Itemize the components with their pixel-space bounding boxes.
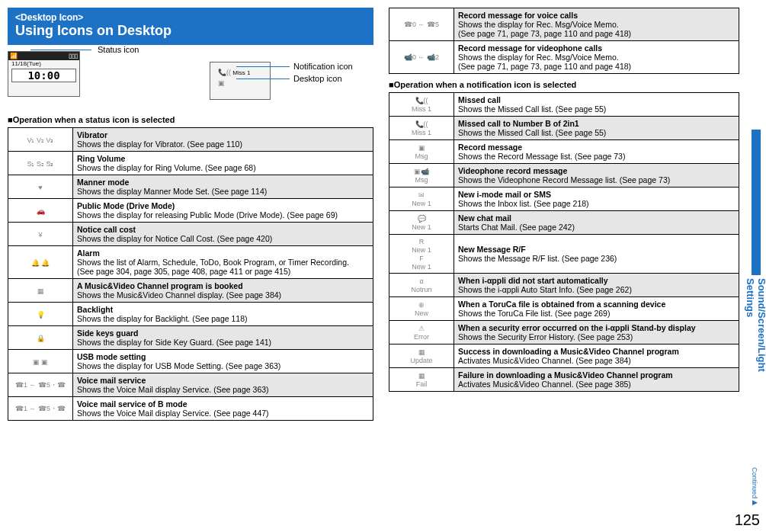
row-title: Notice call cost xyxy=(77,225,369,234)
table-row: ☎1 ～ ☎5・☎Voice mail serviceShows the Voi… xyxy=(8,373,373,397)
row-title: Voice mail service xyxy=(77,376,369,385)
row-text: Shows the Message R/F list. (See page 23… xyxy=(458,254,735,263)
row-desc: BacklightShows the display for Backlight… xyxy=(73,303,373,326)
row-title: Record message for videophone calls xyxy=(458,43,735,53)
row-icon: ☎0 ～ ☎5 xyxy=(389,8,454,41)
status-icon-table: V₁ V₂ V₃VibratorShows the display for Vi… xyxy=(8,127,373,421)
table-row: 🚗Public Mode (Drive Mode)Shows the displ… xyxy=(8,199,373,223)
row-title: Missed call to Number B of 2in1 xyxy=(458,119,735,128)
row-text: Shows the Record Message list. (See page… xyxy=(458,152,735,161)
row-icon: ☎1 ～ ☎5・☎ xyxy=(8,373,73,397)
table-row: S₁ S₂ S₃Ring VolumeShows the display for… xyxy=(8,152,373,175)
row-desc: Side keys guardShows the display for Sid… xyxy=(73,326,373,350)
row-icon: 🔒 xyxy=(8,326,73,350)
row-title: Manner mode xyxy=(77,178,369,187)
row-icon: 🔔 🔔 xyxy=(8,246,73,279)
status-icon-label: Status icon xyxy=(98,45,139,54)
row-desc: Missed callShows the Missed Call list. (… xyxy=(454,93,739,117)
row-text: Activates Music&Video Channel. (See page… xyxy=(458,356,735,365)
row-desc: When i-αppli did not start automatically… xyxy=(454,274,739,297)
table-row: 📹0 ～ 📹2Record message for videophone cal… xyxy=(389,41,739,74)
row-text: Shows the Security Error History. (See p… xyxy=(458,332,735,341)
row-text: Shows the i-αppli Auto Start Info. (See … xyxy=(458,285,735,294)
row-icon: 💬New 1 xyxy=(389,211,454,235)
table-row: ☎1 ～ ☎5・☎Voice mail service of B modeSho… xyxy=(8,397,373,421)
table-row: ▣MsgRecord messageShows the Record Messa… xyxy=(389,140,739,164)
row-title: Backlight xyxy=(77,305,369,314)
row-desc: When a security error occurred on the i-… xyxy=(454,321,739,345)
row-title: Voice mail service of B mode xyxy=(77,399,369,409)
row-text: Shows the Inbox list. (See page 218) xyxy=(458,199,735,208)
table-row: 🔔 🔔AlarmShows the list of Alarm, Schedul… xyxy=(8,246,373,279)
row-icon: ▦ xyxy=(8,279,73,303)
phone-date: 11/18(Tue) xyxy=(8,60,79,67)
row-title: New chat mail xyxy=(458,213,735,223)
row-icon: V₁ V₂ V₃ xyxy=(8,128,73,152)
row-title: Alarm xyxy=(77,248,369,258)
header-pre: <Desktop Icon> xyxy=(15,12,366,23)
table-row: ▣ ▣USB mode settingShows the display for… xyxy=(8,350,373,373)
row-icon: ▣Msg xyxy=(389,140,454,164)
row-title: A Music&Video Channel program is booked xyxy=(77,281,369,290)
header-title: Using Icons on Desktop xyxy=(15,23,366,39)
row-title: USB mode setting xyxy=(77,352,369,361)
row-title: Ring Volume xyxy=(77,154,369,163)
row-text: Shows the Voice Mail display Service. (S… xyxy=(77,409,369,418)
row-desc: When a ToruCa file is obtained from a sc… xyxy=(454,297,739,321)
row-title: New i-mode mail or SMS xyxy=(458,190,735,199)
row-desc: Ring VolumeShows the display for Ring Vo… xyxy=(73,152,373,175)
table-row: 💡BacklightShows the display for Backligh… xyxy=(8,303,373,326)
row-title: Missed call xyxy=(458,95,735,104)
row-desc: Record messageShows the Record Message l… xyxy=(454,140,739,164)
table-row: 📞((Miss 1Missed call to Number B of 2in1… xyxy=(389,117,739,140)
side-tab-text: Sound/Screen/Light Settings xyxy=(745,278,766,381)
row-text: Shows the ToruCa File list. (See page 26… xyxy=(458,309,735,318)
row-text: Shows the display for USB Mode Setting. … xyxy=(77,361,369,370)
row-title: When a ToruCa file is obtained from a sc… xyxy=(458,300,735,309)
row-desc: VibratorShows the display for Vibrator. … xyxy=(73,128,373,152)
row-icon: ♥ xyxy=(8,175,73,199)
notification-icon-table: 📞((Miss 1Missed callShows the Missed Cal… xyxy=(389,92,739,392)
row-icon: ▣ ▣ xyxy=(8,350,73,373)
section-header: <Desktop Icon> Using Icons on Desktop xyxy=(8,8,373,45)
row-text: Shows the display for Side Key Guard. (S… xyxy=(77,338,369,347)
table-row: ▣📹MsgVideophone record messageShows the … xyxy=(389,164,739,187)
row-desc: Success in downloading a Music&Video Cha… xyxy=(454,345,739,368)
row-desc: Voice mail serviceShows the Voice Mail d… xyxy=(73,373,373,397)
notification-screenshot: 📞(( Miss 1 ▣ xyxy=(210,62,271,100)
row-desc: A Music&Video Channel program is bookedS… xyxy=(73,279,373,303)
row-text: Shows the display for Backlight. (See pa… xyxy=(77,314,369,323)
table-row: ⊕NewWhen a ToruCa file is obtained from … xyxy=(389,297,739,321)
page-number: 125 xyxy=(735,511,760,529)
phone-time: 10:00 xyxy=(11,69,76,82)
row-icon: ⊕New xyxy=(389,297,454,321)
row-icon: 💡 xyxy=(8,303,73,326)
row-text: Starts Chat Mail. (See page 242) xyxy=(458,223,735,232)
table-row: ▦A Music&Video Channel program is booked… xyxy=(8,279,373,303)
row-text: Shows the Music&Video Channel display. (… xyxy=(77,290,369,300)
row-desc: Missed call to Number B of 2in1Shows the… xyxy=(454,117,739,140)
table-row: 📞((Miss 1Missed callShows the Missed Cal… xyxy=(389,93,739,117)
record-message-table: ☎0 ～ ☎5Record message for voice callsSho… xyxy=(389,8,739,74)
row-icon: 📞((Miss 1 xyxy=(389,117,454,140)
row-desc: New chat mailStarts Chat Mail. (See page… xyxy=(454,211,739,235)
row-text: Shows the display for Notice Call Cost. … xyxy=(77,234,369,243)
row-desc: Failure in downloading a Music&Video Cha… xyxy=(454,368,739,392)
row-desc: Public Mode (Drive Mode)Shows the displa… xyxy=(73,199,373,223)
notification-icon-label: Notification icon xyxy=(293,62,353,71)
row-title: Failure in downloading a Music&Video Cha… xyxy=(458,370,735,380)
table-row: ▦FailFailure in downloading a Music&Vide… xyxy=(389,368,739,392)
row-desc: Videophone record messageShows the Video… xyxy=(454,164,739,187)
row-title: Side keys guard xyxy=(77,328,369,338)
row-desc: AlarmShows the list of Alarm, Schedule, … xyxy=(73,246,373,279)
table-row: V₁ V₂ V₃VibratorShows the display for Vi… xyxy=(8,128,373,152)
row-text: Shows the list of Alarm, Schedule, ToDo,… xyxy=(77,258,369,276)
row-text: Shows the display for Rec. Msg/Voice Mem… xyxy=(458,20,735,38)
table-row: ✉New 1New i-mode mail or SMSShows the In… xyxy=(389,187,739,211)
row-desc: Record message for videophone callsShows… xyxy=(454,41,739,74)
row-desc: USB mode settingShows the display for US… xyxy=(73,350,373,373)
table-row: αNotrunWhen i-αppli did not start automa… xyxy=(389,274,739,297)
right-subhead: Operation when a notification icon is se… xyxy=(389,80,739,89)
row-desc: Notice call costShows the display for No… xyxy=(73,223,373,246)
table-row: 💬New 1New chat mailStarts Chat Mail. (Se… xyxy=(389,211,739,235)
